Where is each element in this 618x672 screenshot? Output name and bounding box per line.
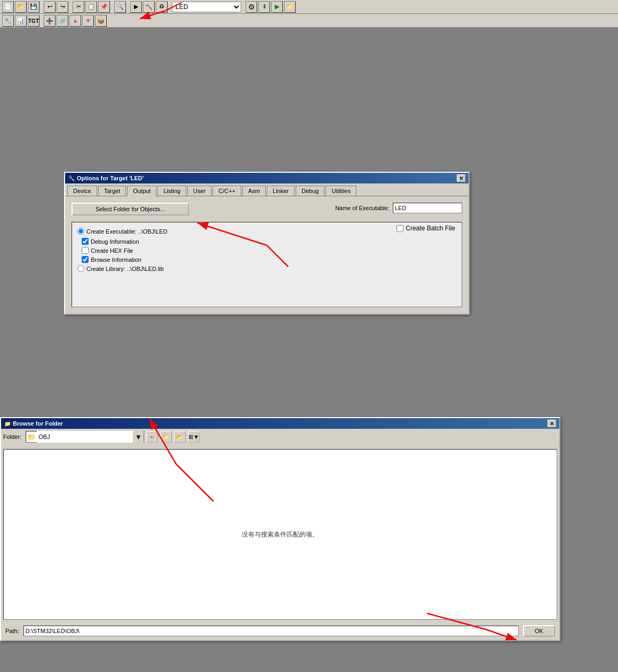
tb2-btn5[interactable]: 🔺: [69, 15, 81, 27]
debug-info-row: Debug Information: [82, 238, 456, 245]
options-dialog-titlebar: 🔧 Options for Target 'LED' ✕: [65, 173, 469, 183]
create-lib-radio[interactable]: [77, 265, 84, 272]
tb2-btn4[interactable]: 🔗: [57, 15, 68, 27]
tb2-btn3[interactable]: ➕: [44, 15, 56, 27]
browse-dialog-icon: 📁: [4, 421, 11, 427]
exec-name-row: Name of Executable:: [335, 203, 462, 213]
browse-footer: Path: OK: [1, 622, 559, 640]
options-dialog-tabs: Device Target Output Listing User C/C++ …: [65, 183, 469, 196]
paste-btn[interactable]: 📌: [98, 1, 110, 13]
options-dialog-title: Options for Target 'LED': [77, 175, 144, 181]
build-btn[interactable]: 🔨: [143, 1, 155, 13]
open-btn[interactable]: 📂: [15, 1, 27, 13]
folder-combo-icon: 📁: [26, 433, 37, 441]
options-dialog-body: Select Folder for Objects... Name of Exe…: [65, 196, 469, 314]
tab-cpp[interactable]: C/C++: [212, 186, 241, 196]
new-btn[interactable]: 📄: [2, 1, 14, 13]
folder-btn2[interactable]: 📁: [284, 1, 296, 13]
create-executable-label: Create Executable: ..\OBJ\LED: [86, 228, 168, 235]
browse-empty-message: 没有与搜索条件匹配的项。: [242, 530, 319, 539]
target-options-btn[interactable]: ⚙: [245, 1, 257, 13]
tb2-btn2[interactable]: 📊: [15, 15, 27, 27]
tab-device[interactable]: Device: [67, 186, 97, 196]
browse-info-row: Browse Information: [82, 256, 456, 263]
browse-content-area: 没有与搜索条件匹配的项。: [3, 449, 557, 620]
select-folder-btn[interactable]: Select Folder for Objects...: [72, 203, 189, 215]
toolbar-row1: 📄 📂 💾 ↩ ↪ ✂ 📋 📌 🔍 ▶ 🔨 ♻ LEDLED ⚙ ⬇ ▶ 📁: [0, 0, 618, 14]
redo-btn[interactable]: ↪: [57, 1, 68, 13]
path-input[interactable]: [23, 626, 519, 636]
copy-btn[interactable]: 📋: [85, 1, 97, 13]
target-select[interactable]: LEDLED: [172, 2, 241, 12]
browse-dialog-title-row: 📁 Browse for Folder: [4, 420, 63, 427]
create-batch-label: Create Batch File: [406, 225, 455, 232]
search-btn[interactable]: 🔍: [114, 1, 126, 13]
tab-target[interactable]: Target: [98, 186, 126, 196]
tab-listing[interactable]: Listing: [157, 186, 186, 196]
target-icon-btn[interactable]: TGT: [28, 15, 39, 27]
browse-toolbar: Folder: 📁 ▼ ← 📁 📂 ⊞▼: [1, 429, 559, 445]
tab-output[interactable]: Output: [127, 186, 156, 196]
options-dialog: 🔧 Options for Target 'LED' ✕ Device Targ…: [64, 172, 470, 315]
path-label: Path:: [5, 628, 19, 634]
create-lib-label: Create Library: ..\OBJ\LED.lib: [86, 266, 164, 272]
browse-dialog-close-btn[interactable]: ✕: [548, 420, 556, 427]
toolbar: 📄 📂 💾 ↩ ↪ ✂ 📋 📌 🔍 ▶ 🔨 ♻ LEDLED ⚙ ⬇ ▶ 📁 🔧…: [0, 0, 618, 28]
cut-btn[interactable]: ✂: [73, 1, 84, 13]
options-inner-panel: Create Executable: ..\OBJ\LED Debug Info…: [72, 222, 462, 307]
create-executable-radio[interactable]: [77, 228, 84, 235]
create-hex-row: Create HEX File: [82, 247, 456, 254]
rebuild-btn[interactable]: ♻: [156, 1, 168, 13]
tb2-btn6[interactable]: 🔻: [82, 15, 94, 27]
folder-combo-input[interactable]: [37, 431, 133, 443]
create-batch-row: Create Batch File: [397, 225, 455, 232]
workspace: 📌 ✕ Project: LED LED USER CORE FWLIB: [0, 28, 618, 672]
main-area: 📌 ✕ Project: LED LED USER CORE FWLIB: [0, 28, 618, 672]
debug-info-checkbox[interactable]: [82, 238, 89, 245]
exec-name-label: Name of Executable:: [335, 205, 390, 211]
tab-linker[interactable]: Linker: [267, 186, 295, 196]
create-batch-checkbox[interactable]: [397, 225, 403, 232]
toolbar-row2: 🔧 📊 TGT ➕ 🔗 🔺 🔻 📦: [0, 14, 618, 28]
create-hex-checkbox[interactable]: [82, 247, 89, 254]
folder-combo-container: 📁 ▼: [26, 431, 144, 443]
tab-user[interactable]: User: [187, 186, 211, 196]
create-hex-label: Create HEX File: [91, 247, 133, 254]
browse-dialog-titlebar: 📁 Browse for Folder ✕: [1, 418, 559, 429]
tab-asm[interactable]: Asm: [242, 186, 266, 196]
folder-label: Folder:: [3, 434, 21, 440]
browse-new-btn[interactable]: 📂: [174, 431, 186, 443]
browse-back-btn[interactable]: ←: [146, 431, 158, 443]
options-dialog-title-row: 🔧 Options for Target 'LED': [68, 175, 144, 181]
compile-btn[interactable]: ▶: [130, 1, 142, 13]
browse-info-label: Browse Information: [91, 257, 141, 263]
browse-info-checkbox[interactable]: [82, 256, 89, 263]
options-body-inner: Select Folder for Objects... Name of Exe…: [72, 203, 462, 307]
download-btn[interactable]: ⬇: [258, 1, 270, 13]
tab-utilities[interactable]: Utilities: [326, 186, 356, 196]
tab-debug[interactable]: Debug: [296, 186, 324, 196]
options-dialog-icon: 🔧: [68, 175, 75, 181]
exec-name-input[interactable]: [393, 203, 462, 213]
debug-info-label: Debug Information: [91, 238, 139, 245]
options-dialog-close-btn[interactable]: ✕: [457, 174, 465, 182]
create-lib-radio-row: Create Library: ..\OBJ\LED.lib: [77, 265, 456, 272]
tb2-btn7[interactable]: 📦: [95, 15, 107, 27]
tb2-btn1[interactable]: 🔧: [2, 15, 14, 27]
ok-btn[interactable]: OK: [523, 625, 555, 637]
folder-combo-dropdown[interactable]: ▼: [133, 431, 144, 443]
browse-up-btn[interactable]: 📁: [160, 431, 172, 443]
browse-view-btn[interactable]: ⊞▼: [188, 431, 200, 443]
debug-btn[interactable]: ▶: [271, 1, 283, 13]
browse-dialog-title: Browse for Folder: [13, 420, 63, 427]
undo-btn[interactable]: ↩: [44, 1, 56, 13]
save-btn[interactable]: 💾: [28, 1, 39, 13]
browse-dialog: 📁 Browse for Folder ✕ Folder: 📁 ▼ ← 📁 📂 …: [0, 417, 560, 641]
